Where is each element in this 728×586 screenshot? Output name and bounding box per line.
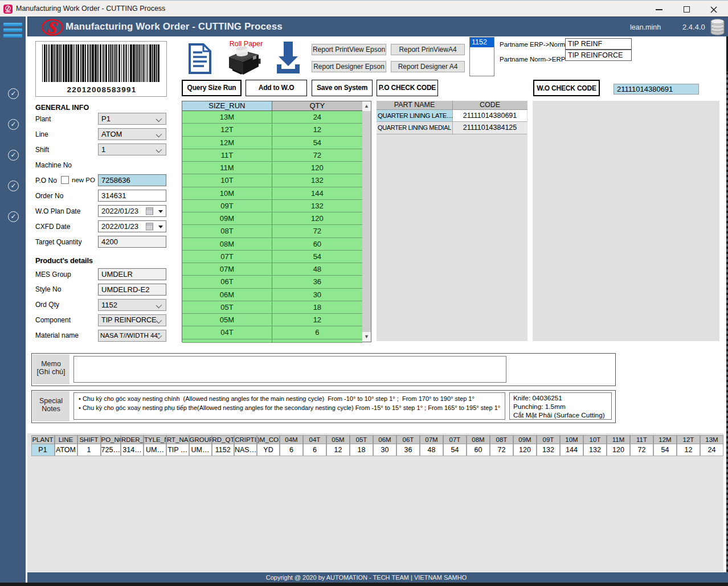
svg-text:S: S (46, 19, 59, 36)
